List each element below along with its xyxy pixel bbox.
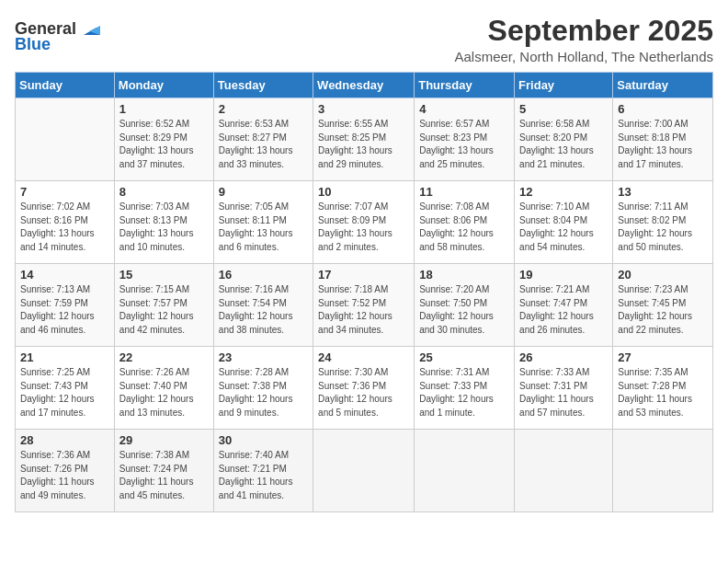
- day-number: 16: [219, 268, 308, 282]
- day-detail: Sunrise: 7:28 AM Sunset: 7:38 PM Dayligh…: [219, 366, 308, 419]
- calendar-cell-w5-d4: [313, 430, 415, 512]
- sunrise: Sunrise: 7:23 AM: [618, 283, 708, 297]
- sunrise: Sunrise: 7:16 AM: [219, 283, 308, 297]
- day-number: 12: [519, 185, 608, 199]
- sunset: Sunset: 7:33 PM: [419, 380, 509, 394]
- sunrise: Sunrise: 7:07 AM: [318, 201, 409, 214]
- sunrise: Sunrise: 7:13 AM: [20, 283, 109, 297]
- calendar-cell-w1-d3: 2 Sunrise: 6:53 AM Sunset: 8:27 PM Dayli…: [213, 98, 313, 181]
- day-detail: Sunrise: 7:33 AM Sunset: 7:31 PM Dayligh…: [519, 366, 608, 419]
- daylight: Daylight: 12 hours and 38 minutes.: [219, 310, 308, 337]
- header-wednesday: Wednesday: [313, 73, 415, 98]
- day-detail: Sunrise: 7:23 AM Sunset: 7:45 PM Dayligh…: [618, 283, 708, 337]
- sunset: Sunset: 7:47 PM: [519, 297, 608, 311]
- sunrise: Sunrise: 7:10 AM: [519, 201, 608, 214]
- day-number: 9: [219, 185, 308, 199]
- day-detail: Sunrise: 7:05 AM Sunset: 8:11 PM Dayligh…: [219, 201, 308, 254]
- calendar-cell-w5-d7: [613, 430, 713, 512]
- calendar-cell-w4-d2: 22 Sunrise: 7:26 AM Sunset: 7:40 PM Dayl…: [114, 347, 213, 430]
- day-detail: Sunrise: 6:58 AM Sunset: 8:20 PM Dayligh…: [519, 118, 608, 171]
- day-number: 22: [119, 350, 209, 364]
- day-number: 20: [618, 268, 708, 282]
- day-detail: Sunrise: 6:57 AM Sunset: 8:23 PM Dayligh…: [419, 118, 509, 171]
- sunset: Sunset: 7:54 PM: [219, 297, 308, 311]
- daylight: Daylight: 13 hours and 21 minutes.: [519, 144, 608, 171]
- day-detail: Sunrise: 6:53 AM Sunset: 8:27 PM Dayligh…: [219, 118, 308, 171]
- daylight: Daylight: 12 hours and 30 minutes.: [419, 310, 509, 337]
- day-detail: Sunrise: 7:21 AM Sunset: 7:47 PM Dayligh…: [519, 283, 608, 337]
- day-number: 11: [419, 185, 509, 199]
- calendar-cell-w3-d4: 17 Sunrise: 7:18 AM Sunset: 7:52 PM Dayl…: [313, 264, 415, 347]
- header-sunday: Sunday: [16, 73, 115, 98]
- sunset: Sunset: 7:59 PM: [20, 297, 109, 311]
- daylight: Daylight: 12 hours and 17 minutes.: [20, 393, 109, 419]
- sunrise: Sunrise: 7:00 AM: [618, 118, 708, 132]
- day-detail: Sunrise: 7:07 AM Sunset: 8:09 PM Dayligh…: [318, 201, 409, 254]
- day-number: 4: [419, 102, 509, 116]
- calendar-cell-w4-d7: 27 Sunrise: 7:35 AM Sunset: 7:28 PM Dayl…: [613, 347, 713, 430]
- sunset: Sunset: 8:18 PM: [618, 132, 708, 145]
- sunrise: Sunrise: 7:36 AM: [20, 449, 109, 463]
- sunset: Sunset: 7:45 PM: [618, 297, 708, 311]
- sunrise: Sunrise: 7:25 AM: [20, 366, 109, 380]
- daylight: Daylight: 13 hours and 6 minutes.: [219, 227, 308, 254]
- calendar-header-row: Sunday Monday Tuesday Wednesday Thursday…: [16, 73, 713, 98]
- day-number: 14: [20, 268, 109, 282]
- sunset: Sunset: 8:25 PM: [318, 132, 409, 145]
- calendar-cell-w3-d1: 14 Sunrise: 7:13 AM Sunset: 7:59 PM Dayl…: [16, 264, 115, 347]
- calendar-cell-w5-d3: 30 Sunrise: 7:40 AM Sunset: 7:21 PM Dayl…: [213, 430, 313, 512]
- daylight: Daylight: 12 hours and 22 minutes.: [618, 310, 708, 337]
- day-detail: Sunrise: 7:15 AM Sunset: 7:57 PM Dayligh…: [119, 283, 209, 337]
- sunset: Sunset: 8:29 PM: [119, 132, 209, 145]
- calendar-cell-w2-d3: 9 Sunrise: 7:05 AM Sunset: 8:11 PM Dayli…: [213, 181, 313, 264]
- calendar-cell-w1-d6: 5 Sunrise: 6:58 AM Sunset: 8:20 PM Dayli…: [515, 98, 613, 181]
- sunrise: Sunrise: 6:52 AM: [119, 118, 209, 132]
- daylight: Daylight: 13 hours and 2 minutes.: [318, 227, 409, 254]
- day-detail: Sunrise: 7:11 AM Sunset: 8:02 PM Dayligh…: [618, 201, 708, 254]
- calendar-cell-w3-d2: 15 Sunrise: 7:15 AM Sunset: 7:57 PM Dayl…: [114, 264, 213, 347]
- day-detail: Sunrise: 7:13 AM Sunset: 7:59 PM Dayligh…: [20, 283, 109, 337]
- sunrise: Sunrise: 6:53 AM: [219, 118, 308, 132]
- header-saturday: Saturday: [613, 73, 713, 98]
- logo: General Blue: [15, 15, 100, 54]
- calendar-week-2: 7 Sunrise: 7:02 AM Sunset: 8:16 PM Dayli…: [16, 181, 713, 264]
- sunset: Sunset: 7:40 PM: [119, 380, 209, 394]
- calendar-cell-w2-d7: 13 Sunrise: 7:11 AM Sunset: 8:02 PM Dayl…: [613, 181, 713, 264]
- day-number: 27: [618, 350, 708, 364]
- day-detail: Sunrise: 7:18 AM Sunset: 7:52 PM Dayligh…: [318, 283, 409, 337]
- daylight: Daylight: 12 hours and 34 minutes.: [318, 310, 409, 337]
- day-number: 1: [119, 102, 209, 116]
- sunrise: Sunrise: 7:33 AM: [519, 366, 608, 380]
- sunrise: Sunrise: 7:40 AM: [219, 449, 308, 463]
- day-number: 26: [519, 350, 608, 364]
- day-number: 13: [618, 185, 708, 199]
- daylight: Daylight: 12 hours and 54 minutes.: [519, 227, 608, 254]
- calendar-cell-w1-d7: 6 Sunrise: 7:00 AM Sunset: 8:18 PM Dayli…: [613, 98, 713, 181]
- daylight: Daylight: 11 hours and 57 minutes.: [519, 393, 608, 419]
- day-number: 24: [318, 350, 409, 364]
- calendar-week-3: 14 Sunrise: 7:13 AM Sunset: 7:59 PM Dayl…: [16, 264, 713, 347]
- sunset: Sunset: 7:36 PM: [318, 380, 409, 394]
- day-detail: Sunrise: 7:03 AM Sunset: 8:13 PM Dayligh…: [119, 201, 209, 254]
- daylight: Daylight: 11 hours and 49 minutes.: [20, 476, 109, 502]
- sunrise: Sunrise: 7:28 AM: [219, 366, 308, 380]
- day-detail: Sunrise: 7:02 AM Sunset: 8:16 PM Dayligh…: [20, 201, 109, 254]
- calendar-cell-w2-d1: 7 Sunrise: 7:02 AM Sunset: 8:16 PM Dayli…: [16, 181, 115, 264]
- daylight: Daylight: 13 hours and 37 minutes.: [119, 144, 209, 171]
- day-detail: Sunrise: 7:00 AM Sunset: 8:18 PM Dayligh…: [618, 118, 708, 171]
- calendar-cell-w2-d5: 11 Sunrise: 7:08 AM Sunset: 8:06 PM Dayl…: [415, 181, 515, 264]
- day-number: 21: [20, 350, 109, 364]
- daylight: Daylight: 12 hours and 50 minutes.: [618, 227, 708, 254]
- sunrise: Sunrise: 7:11 AM: [618, 201, 708, 214]
- day-number: 5: [519, 102, 608, 116]
- day-detail: Sunrise: 7:10 AM Sunset: 8:04 PM Dayligh…: [519, 201, 608, 254]
- sunrise: Sunrise: 7:08 AM: [419, 201, 509, 214]
- sunset: Sunset: 8:13 PM: [119, 214, 209, 228]
- daylight: Daylight: 12 hours and 5 minutes.: [318, 393, 409, 419]
- sunrise: Sunrise: 6:58 AM: [519, 118, 608, 132]
- day-number: 28: [20, 433, 109, 447]
- header-monday: Monday: [114, 73, 213, 98]
- calendar-cell-w1-d2: 1 Sunrise: 6:52 AM Sunset: 8:29 PM Dayli…: [114, 98, 213, 181]
- sunset: Sunset: 7:52 PM: [318, 297, 409, 311]
- day-number: 10: [318, 185, 409, 199]
